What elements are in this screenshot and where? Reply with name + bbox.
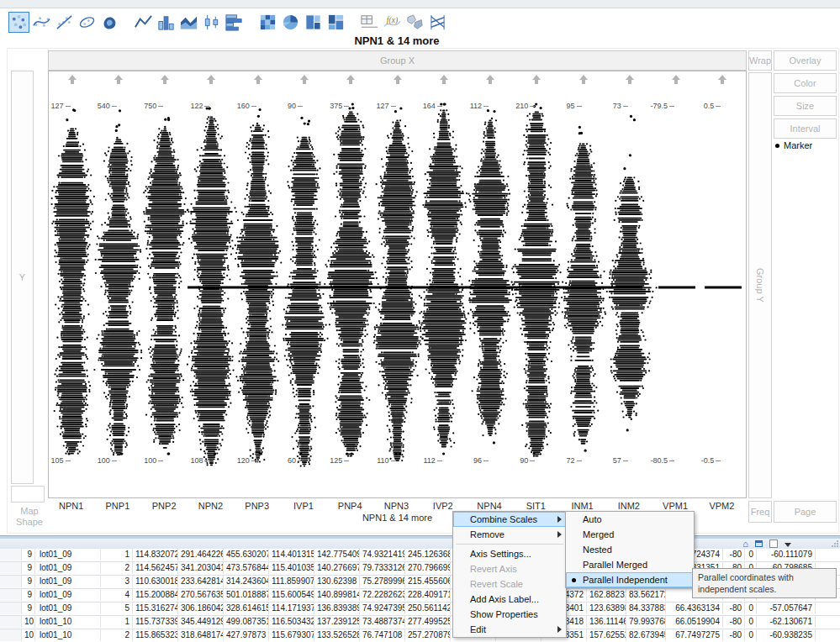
table-cell-v5: 74.9247395 [360, 603, 405, 614]
x-category-inm1[interactable]: INM1 [559, 501, 606, 511]
line-of-fit-icon[interactable] [54, 12, 75, 33]
x-category-inm2[interactable]: INM2 [605, 501, 652, 511]
formula-icon[interactable]: f(x) [382, 12, 403, 33]
submenu-arrow-icon [557, 531, 562, 538]
table-cell-v3: 114.171937 [269, 603, 314, 614]
line-icon[interactable] [133, 12, 154, 33]
x-category-pnp3[interactable]: PNP3 [234, 501, 281, 511]
table-cell-v0: 115.737339 [133, 616, 178, 628]
x-category-sit1[interactable]: SIT1 [512, 501, 559, 511]
table-cell-v6: 228.409171 [405, 589, 451, 601]
x-category-pnp4[interactable]: PNP4 [326, 501, 373, 511]
axis-tick-inm2-max: 73 [593, 102, 628, 110]
table-cell-v10: 123.638983 [587, 603, 626, 614]
x-category-vpm1[interactable]: VPM1 [652, 501, 699, 511]
column-up-arrow-icon [532, 75, 541, 80]
table-cell-v5: 73.4887374 [360, 616, 405, 628]
x-category-pnp1[interactable]: PNP1 [94, 501, 141, 511]
marker-dot-icon [775, 144, 779, 148]
menu-item-add-axis-label[interactable]: Add Axis Label... [453, 592, 566, 607]
menu-item-parallel-merged[interactable]: Parallel Merged [566, 557, 694, 572]
table-row[interactable]: 10lot01_101115.737339345.449129499.08735… [0, 616, 840, 629]
dropdown-arrow[interactable] [785, 539, 791, 548]
table-cell-v5: 76.747108 [360, 629, 405, 641]
table-cell-v15: -60.938235 [757, 629, 816, 641]
group-x-label: Group X [380, 55, 415, 66]
menu-item-parallel-independent[interactable]: Parallel Independent [566, 572, 694, 587]
table-cell-v4: 136.839389 [314, 603, 360, 614]
menu-item-axis-settings[interactable]: Axis Settings... [453, 546, 566, 561]
table-cell-v1: 345.449129 [178, 616, 224, 628]
column-up-arrow-icon [114, 75, 123, 80]
treemap-icon[interactable] [303, 12, 324, 33]
map-shapes-icon[interactable] [404, 12, 425, 33]
menu-item-show-properties[interactable]: Show Properties [453, 607, 566, 622]
menu-item-remove[interactable]: Remove [453, 527, 566, 542]
jitter-points-plot[interactable] [49, 71, 746, 497]
page-dropzone[interactable]: Page [774, 501, 837, 523]
parallel-icon[interactable] [427, 12, 448, 33]
column-up-arrow-icon [346, 75, 355, 80]
table-cell-v11: 79.9937685 [626, 616, 666, 628]
pie-icon[interactable] [280, 12, 301, 33]
x-category-pnp2[interactable]: PNP2 [140, 501, 188, 511]
interval-dropzone[interactable]: Interval [774, 118, 837, 139]
freq-dropzone[interactable]: Freq [748, 501, 772, 523]
area-icon[interactable] [178, 12, 199, 33]
mosaic-icon[interactable] [325, 12, 346, 33]
x-category-npn3[interactable]: NPN3 [373, 501, 420, 511]
color-dropzone[interactable]: Color [774, 73, 837, 93]
table-cell-v2: 473.576844 [224, 562, 269, 574]
size-dropzone[interactable]: Size [774, 96, 837, 116]
wrap-dropzone[interactable]: Wrap [748, 50, 772, 71]
y-axis-dropzone[interactable]: Y [11, 71, 34, 484]
table-row[interactable]: 9lot01_095115.316274306.186042328.614615… [0, 603, 840, 616]
ellipse-icon[interactable] [77, 12, 98, 33]
points-icon[interactable] [8, 12, 29, 33]
menu-item-combine-scales[interactable]: Combine Scales [453, 512, 566, 527]
x-category-npn4[interactable]: NPN4 [466, 501, 513, 511]
table-cell-v3: 114.401315 [269, 549, 314, 560]
contour-icon[interactable] [99, 12, 120, 33]
x-category-npn1[interactable]: NPN1 [48, 501, 95, 511]
home-icon[interactable]: ⌂ [742, 539, 748, 548]
x-category-vpm2[interactable]: VPM2 [698, 501, 745, 511]
table-cell-v4: 142.775409 [314, 549, 360, 560]
table-cell-margin [0, 589, 22, 601]
table-row[interactable]: 9lot01_091114.832072291.464226455.630207… [0, 549, 840, 562]
column-up-arrow-icon [207, 75, 215, 80]
panel-icon[interactable] [755, 539, 763, 548]
table-cell-site: 4 [101, 589, 133, 601]
table-cell-v14: 0 [745, 549, 757, 560]
table-cell-margin [0, 616, 22, 628]
group-y-dropzone[interactable]: Group Y [748, 72, 772, 498]
table-cell-v12: 67.7497275 [666, 629, 723, 641]
caption-box-icon[interactable] [359, 12, 380, 33]
group-x-dropzone[interactable]: Group X [48, 50, 747, 71]
plot-area[interactable]: 1271055401007501001221081601209060375125… [48, 71, 747, 498]
table-cell-v6: 250.561142 [405, 603, 451, 614]
axis-tick-npn1-max: 127 [35, 102, 71, 110]
menu-item-merged[interactable]: Merged [566, 527, 694, 542]
menu-item-edit[interactable]: Edit [453, 622, 566, 637]
map-shape-dropzone[interactable]: Map Shape [10, 504, 49, 529]
overlay-dropzone[interactable]: Overlay [774, 50, 837, 71]
table-cell-margin [0, 629, 22, 641]
menu-item-nested[interactable]: Nested [566, 542, 694, 557]
column-up-arrow-icon [440, 75, 448, 80]
x-category-ivp1[interactable]: IVP1 [280, 501, 327, 511]
bar-icon[interactable] [156, 12, 177, 33]
smoother-icon[interactable] [31, 12, 52, 33]
box-plot-icon[interactable] [201, 12, 222, 33]
table-cell-v5: 79.7333126 [360, 562, 405, 574]
checkbox[interactable] [769, 539, 778, 549]
x-category-ivp2[interactable]: IVP2 [420, 501, 467, 511]
table-cell-wafer: 9 [22, 562, 35, 574]
menu-item-auto[interactable]: Auto [566, 512, 694, 527]
histogram-icon[interactable] [224, 12, 245, 33]
table-row[interactable]: 10lot01_102115.865323318.648174427.97873… [0, 629, 840, 642]
axis-tick-vpm1-min: -80.5 [639, 456, 674, 465]
x-category-npn2[interactable]: NPN2 [187, 501, 234, 511]
resize-grip[interactable] [832, 540, 838, 547]
heatmap-icon[interactable] [257, 12, 278, 33]
